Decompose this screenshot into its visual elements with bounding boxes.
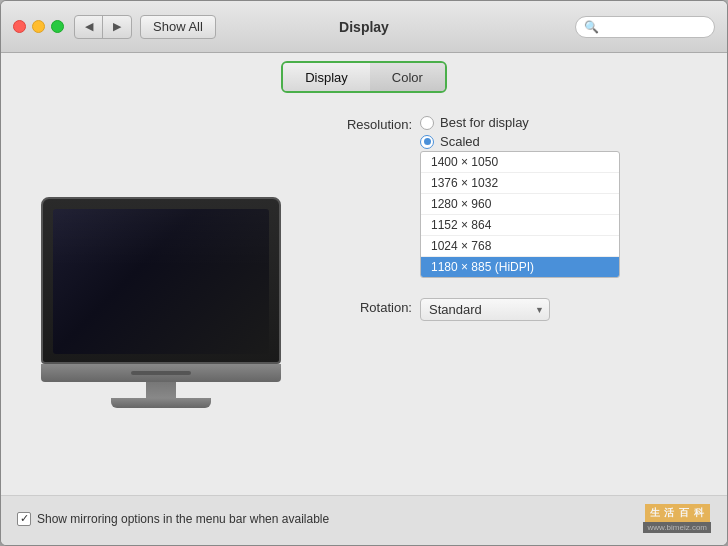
resolution-item-1376[interactable]: 1376 × 1032 [421,173,619,194]
traffic-lights [13,20,64,33]
monitor-area [21,109,301,485]
resolution-radio-group: Best for display Scaled [420,115,707,149]
monitor-chin [41,364,281,382]
resolution-item-1280[interactable]: 1280 × 960 [421,194,619,215]
tabs-container: Display Color [281,61,447,93]
resolution-value: Best for display Scaled 1400 × 1050 1376… [420,115,707,278]
back-button[interactable]: ◀ [75,16,103,38]
mirroring-label: Show mirroring options in the menu bar w… [37,512,329,526]
radio-best-for-display[interactable] [420,116,434,130]
rotation-label: Rotation: [317,298,412,315]
resolution-item-1152[interactable]: 1152 × 864 [421,215,619,236]
tab-display[interactable]: Display [283,63,370,91]
forward-button[interactable]: ▶ [103,16,131,38]
resolution-row: Resolution: Best for display Scaled [317,115,707,278]
nav-buttons: ◀ ▶ [74,15,132,39]
titlebar: ◀ ▶ Show All Display 🔍 [1,1,727,53]
scaled-option[interactable]: Scaled [420,134,707,149]
resolution-list: 1400 × 1050 1376 × 1032 1280 × 960 1152 … [420,151,620,278]
monitor-body [41,197,281,364]
search-box[interactable]: 🔍 [575,16,715,38]
monitor-illustration [41,197,281,408]
mirroring-option: Show mirroring options in the menu bar w… [17,512,329,526]
show-all-button[interactable]: Show All [140,15,216,39]
main-content: Resolution: Best for display Scaled [1,93,727,495]
monitor-neck [146,382,176,398]
resolution-item-1400[interactable]: 1400 × 1050 [421,152,619,173]
watermark-top: 生 活 百 科 [645,504,710,522]
resolution-item-1024[interactable]: 1024 × 768 [421,236,619,257]
tab-color[interactable]: Color [370,63,445,91]
watermark-bottom: www.bimeiz.com [643,522,711,533]
rotation-row: Rotation: Standard 90° 180° 270° [317,298,707,321]
resolution-label: Resolution: [317,115,412,132]
best-for-display-option[interactable]: Best for display [420,115,707,130]
system-preferences-window: ◀ ▶ Show All Display 🔍 Display Color [0,0,728,546]
rotation-select-wrapper: Standard 90° 180° 270° [420,298,550,321]
search-icon: 🔍 [584,20,599,34]
close-button[interactable] [13,20,26,33]
window-title: Display [339,19,389,35]
rotation-value: Standard 90° 180° 270° [420,298,707,321]
tabs-bar: Display Color [1,53,727,93]
settings-panel: Resolution: Best for display Scaled [317,109,707,485]
minimize-button[interactable] [32,20,45,33]
resolution-item-hidpi[interactable]: 1180 × 885 (HiDPI) [421,257,619,277]
footer: Show mirroring options in the menu bar w… [1,495,727,545]
rotation-select[interactable]: Standard 90° 180° 270° [420,298,550,321]
monitor-base [111,398,211,408]
watermark: 生 活 百 科 www.bimeiz.com [643,504,711,533]
monitor-screen [53,209,269,354]
mirroring-checkbox[interactable] [17,512,31,526]
radio-scaled[interactable] [420,135,434,149]
maximize-button[interactable] [51,20,64,33]
